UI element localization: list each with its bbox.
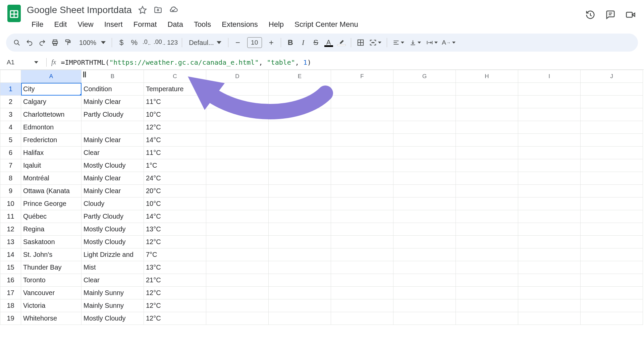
grid-area[interactable]: A B C D E F G H I J 1CityConditionTemper… [0,70,644,342]
cell[interactable] [518,121,581,134]
cell[interactable]: 7°C [144,248,206,261]
cell[interactable] [206,287,269,299]
cell[interactable]: City [21,83,82,96]
cell[interactable] [393,121,456,134]
cell[interactable]: Mostly Cloudy [82,312,144,325]
cell[interactable] [518,261,581,274]
cell[interactable] [269,197,331,210]
menu-help[interactable]: Help [264,18,288,31]
cell[interactable] [206,223,269,236]
horizontal-align-icon[interactable] [390,37,407,49]
column-header-a[interactable]: A [21,70,82,83]
text-color-icon[interactable]: A [323,37,335,49]
column-header-c[interactable]: C [144,70,206,83]
cell[interactable] [331,108,393,121]
cell[interactable] [581,312,643,325]
cell[interactable] [581,83,643,96]
cell[interactable] [206,261,269,274]
row-header[interactable]: 9 [0,185,21,197]
cell[interactable] [581,248,643,261]
cell[interactable] [581,96,643,108]
comment-icon[interactable] [605,9,616,20]
cell[interactable] [206,108,269,121]
cell[interactable] [393,261,456,274]
cell[interactable]: 14°C [144,210,206,223]
column-header-i[interactable]: I [518,70,581,83]
cell[interactable] [331,248,393,261]
cell[interactable]: Prince George [21,197,82,210]
cell[interactable] [393,172,456,185]
cell[interactable] [456,248,518,261]
increase-font-icon[interactable]: + [265,37,277,49]
cell[interactable] [269,159,331,172]
cell[interactable] [393,236,456,248]
borders-icon[interactable] [355,37,367,49]
column-header-g[interactable]: G [393,70,456,83]
row-header[interactable]: 5 [0,134,21,147]
cell[interactable] [206,96,269,108]
cell[interactable]: 10°C [144,197,206,210]
cell[interactable]: 13°C [144,261,206,274]
text-rotation-icon[interactable]: A→ [441,37,457,49]
menu-script-center[interactable]: Script Center Menu [290,18,363,31]
select-all-corner[interactable] [0,70,21,83]
cell[interactable] [206,147,269,159]
cell[interactable]: Mainly Sunny [82,299,144,312]
text-wrap-icon[interactable] [424,37,440,49]
row-header[interactable]: 3 [0,108,21,121]
cell[interactable] [581,287,643,299]
row-header[interactable]: 14 [0,248,21,261]
menu-insert[interactable]: Insert [100,18,127,31]
cell[interactable] [206,274,269,287]
cell[interactable]: Partly Cloudy [82,108,144,121]
cell[interactable]: Clear [82,147,144,159]
cell[interactable] [393,287,456,299]
column-header-e[interactable]: E [269,70,331,83]
cell[interactable] [393,185,456,197]
cell[interactable] [518,147,581,159]
cell[interactable]: Toronto [21,274,82,287]
menu-extensions[interactable]: Extensions [217,18,263,31]
cell[interactable] [518,299,581,312]
cell[interactable] [393,274,456,287]
row-header[interactable]: 7 [0,159,21,172]
cell[interactable]: 11°C [144,96,206,108]
cell[interactable] [206,299,269,312]
cell[interactable]: Edmonton [21,121,82,134]
cell[interactable] [456,159,518,172]
zoom-select[interactable]: 100% [74,39,108,47]
cell[interactable] [581,121,643,134]
document-title[interactable]: Google Sheet Importdata [27,5,132,15]
cell[interactable]: 1°C [144,159,206,172]
cell[interactable] [393,223,456,236]
cell[interactable]: 11°C [144,147,206,159]
cell[interactable]: 20°C [144,185,206,197]
cell[interactable]: Mostly Cloudy [82,223,144,236]
cell[interactable] [393,134,456,147]
cell[interactable] [393,96,456,108]
cell[interactable] [331,83,393,96]
cell[interactable] [456,172,518,185]
cell[interactable] [518,287,581,299]
cell[interactable]: Montréal [21,172,82,185]
percent-icon[interactable]: % [128,37,140,49]
cell[interactable] [456,274,518,287]
meet-icon[interactable] [625,9,636,20]
cell[interactable] [206,185,269,197]
redo-icon[interactable] [36,37,48,49]
italic-icon[interactable]: I [297,37,309,49]
menu-data[interactable]: Data [163,18,187,31]
cell[interactable] [518,159,581,172]
cell[interactable] [581,197,643,210]
cell[interactable]: 21°C [144,274,206,287]
cell[interactable]: Fredericton [21,134,82,147]
cell[interactable] [331,299,393,312]
cell[interactable] [456,147,518,159]
cell[interactable] [581,236,643,248]
cell[interactable] [393,108,456,121]
menu-view[interactable]: View [73,18,98,31]
cell[interactable] [269,223,331,236]
cell[interactable] [331,274,393,287]
cell[interactable] [518,172,581,185]
cell[interactable] [456,185,518,197]
